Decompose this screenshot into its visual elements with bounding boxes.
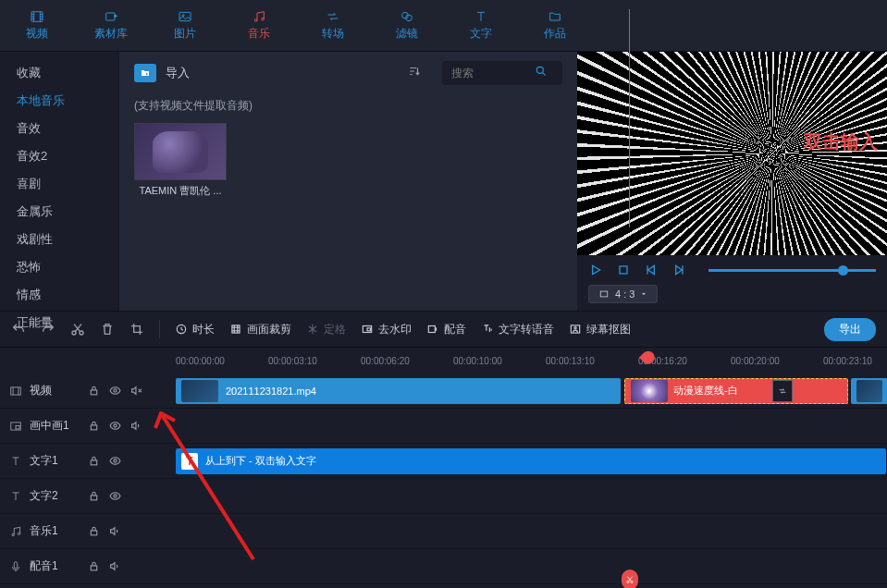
track-video: 视频 202111231821.mp4 动漫速度线-白 [0,374,887,409]
search-icon[interactable] [535,65,548,81]
lock-icon[interactable] [88,385,100,397]
tts-button[interactable]: 文字转语音 [481,322,554,337]
sidebar-item-sfx[interactable]: 音效 [0,115,118,142]
svg-rect-21 [91,390,97,395]
lock-icon[interactable] [88,420,100,432]
tab-media-library[interactable]: 素材库 [74,0,148,51]
media-thumbnail [134,123,227,180]
eye-icon[interactable] [109,455,121,467]
video-clip-next[interactable] [851,378,887,404]
tab-projects[interactable]: 作品 [518,0,592,51]
speaker-icon[interactable] [130,420,142,432]
svg-point-30 [114,495,117,497]
duration-button[interactable]: 时长 [175,322,215,337]
delete-button[interactable] [100,322,115,337]
lock-icon[interactable] [88,455,100,467]
sidebar-item-horror[interactable]: 恐怖 [0,253,118,281]
crop-button[interactable] [129,322,144,337]
playhead-line[interactable] [629,9,630,227]
time-mark: 00:00:06:20 [361,356,410,366]
svg-point-31 [12,533,14,535]
next-button[interactable] [671,263,686,277]
mute-icon[interactable] [130,385,142,397]
speed-lines-clip[interactable]: 动漫速度线-白 [624,378,848,404]
dubbing-button[interactable]: 配音 [426,322,466,337]
folder-icon [546,9,564,24]
tab-filter[interactable]: 滤镜 [370,0,444,51]
svg-rect-33 [91,531,97,535]
tab-music[interactable]: 音乐 [222,0,296,51]
media-title: TAEMIN 曹凯伦 ... [134,184,227,198]
lock-icon[interactable] [88,525,100,537]
tab-image[interactable]: 图片 [148,0,222,51]
stop-button[interactable] [616,263,631,277]
transition-marker[interactable] [772,380,793,402]
svg-point-26 [114,424,117,427]
library-note: (支持视频文件提取音频) [119,94,577,123]
sidebar-item-local-music[interactable]: 本地音乐 [0,87,118,115]
track-text2: 文字2 [0,479,887,514]
sidebar-item-favorites[interactable]: 收藏 [0,59,118,87]
redo-button[interactable] [41,322,55,337]
preview-canvas[interactable]: 双击输入 [577,52,887,255]
svg-rect-16 [367,328,371,331]
video-clip[interactable]: 202111231821.mp4 [176,378,621,404]
text-clip[interactable]: T 从上到下 - 双击输入文字 [176,448,886,474]
transition-icon [324,9,342,24]
tab-label: 作品 [544,26,566,42]
tab-transition[interactable]: 转场 [296,0,370,51]
search-input[interactable] [451,67,535,80]
svg-rect-27 [91,460,97,465]
svg-rect-1 [106,13,115,20]
media-item[interactable]: TAEMIN 曹凯伦 ... [134,123,227,198]
sidebar-item-sfx2[interactable]: 音效2 [0,142,118,170]
progress-bar[interactable] [708,269,876,272]
cut-button[interactable] [70,322,85,337]
clip-thumbnail [181,380,218,402]
tab-text[interactable]: 文字 [444,0,518,51]
lock-icon[interactable] [88,490,100,502]
tab-video[interactable]: 视频 [0,0,74,51]
prev-button[interactable] [644,263,659,277]
text-icon [9,490,22,503]
sidebar-item-metal[interactable]: 金属乐 [0,198,118,226]
svg-point-19 [574,327,576,329]
crop-frame-button[interactable]: 画面裁剪 [229,322,291,337]
svg-point-36 [627,581,629,582]
eye-icon[interactable] [109,420,121,432]
preview-overlay-text: 双击输入 [804,129,878,154]
svg-rect-17 [428,326,435,333]
time-mark: 00:00:20:00 [731,356,780,366]
sidebar-item-emotion[interactable]: 情感 [0,281,118,309]
freeze-button[interactable]: 定格 [306,322,346,337]
svg-rect-29 [91,496,97,500]
progress-knob[interactable] [838,265,848,276]
speaker-icon[interactable] [109,525,121,537]
search-box[interactable] [442,61,562,85]
timeline-ruler[interactable]: 00:00:00:00 00:00:03:10 00:00:06:20 00:0… [0,348,887,374]
playhead-handle[interactable] [623,346,636,359]
timeline-tracks: 视频 202111231821.mp4 动漫速度线-白 画中画1 [0,374,887,584]
eye-icon[interactable] [109,490,121,502]
sidebar-item-dramatic[interactable]: 戏剧性 [0,226,118,253]
speaker-icon[interactable] [109,560,121,572]
svg-rect-35 [91,566,97,570]
aspect-ratio-select[interactable]: 4 : 3 [588,285,658,303]
eye-icon[interactable] [109,385,121,397]
watermark-button[interactable]: 去水印 [361,322,412,337]
preview-panel: 双击输入 4 : 3 [577,52,887,311]
sidebar-item-comedy[interactable]: 喜剧 [0,170,118,198]
import-button[interactable] [134,64,156,82]
greenscreen-button[interactable]: 绿幕抠图 [569,322,631,337]
play-button[interactable] [588,263,603,277]
cut-marker[interactable] [622,570,638,588]
lock-icon[interactable] [88,560,100,572]
sort-icon[interactable] [407,65,422,81]
film-icon [9,385,22,398]
export-button[interactable]: 导出 [824,318,876,341]
undo-button[interactable] [11,322,26,337]
svg-rect-24 [16,425,19,429]
svg-rect-9 [620,266,627,274]
mic-icon [9,560,22,573]
tab-label: 视频 [26,26,48,42]
